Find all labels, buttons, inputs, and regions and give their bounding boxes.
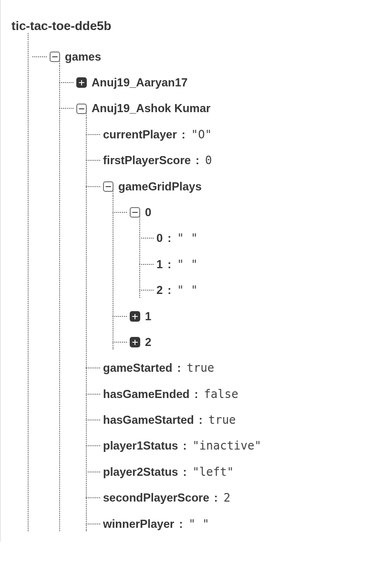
expand-icon[interactable] xyxy=(130,311,140,322)
node-key: Anuj19_Aaryan17 xyxy=(92,73,187,92)
field-key: secondPlayerScore xyxy=(103,489,209,507)
field-key: hasGameEnded xyxy=(103,385,189,403)
collapse-icon[interactable] xyxy=(50,52,60,62)
field-value: "inactive" xyxy=(192,437,261,455)
node-game-1[interactable]: Anuj19_Aaryan17 xyxy=(76,70,387,95)
root-title: tic-tac-toe-dde5b xyxy=(11,14,387,44)
expand-icon[interactable] xyxy=(130,337,140,347)
field-key: 0 xyxy=(156,229,163,247)
collapse-icon[interactable] xyxy=(130,207,140,218)
field-hasGameStarted[interactable]: hasGameStarted: true xyxy=(103,407,387,433)
collapse-icon[interactable] xyxy=(76,104,87,114)
field-cell-0-1[interactable]: 1: " " xyxy=(156,252,387,277)
field-key: player1Status xyxy=(103,437,178,455)
node-grid-row-1[interactable]: 1 xyxy=(130,304,387,329)
field-hasGameEnded[interactable]: hasGameEnded: false xyxy=(103,381,387,407)
field-firstPlayerScore[interactable]: firstPlayerScore: 0 xyxy=(103,147,387,173)
field-key: player2Status xyxy=(103,463,178,481)
field-key: firstPlayerScore xyxy=(103,151,191,169)
node-key: gameGridPlays xyxy=(118,178,202,196)
field-value: " " xyxy=(177,281,197,299)
node-game-2[interactable]: Anuj19_Ashok Kumar currentPlayer: "O" xyxy=(76,95,387,537)
field-gameStarted[interactable]: gameStarted: true xyxy=(103,355,387,381)
field-value: "left" xyxy=(192,463,234,481)
field-cell-0-0[interactable]: 0: " " xyxy=(156,225,387,251)
field-secondPlayerScore[interactable]: secondPlayerScore: 2 xyxy=(103,485,387,511)
field-value: "O" xyxy=(191,126,212,144)
node-games[interactable]: games Anuj19_Aaryan17 Anuj19_Ashok Kumar xyxy=(50,44,387,537)
field-key: gameStarted xyxy=(103,359,172,377)
field-currentPlayer[interactable]: currentPlayer: "O" xyxy=(103,122,387,147)
node-key: Anuj19_Ashok Kumar xyxy=(92,99,210,117)
field-key: winnerPlayer xyxy=(103,515,174,533)
node-key: 1 xyxy=(145,307,151,325)
field-value: true xyxy=(186,359,214,377)
field-key: currentPlayer xyxy=(103,126,177,144)
field-winnerPlayer[interactable]: winnerPlayer: " " xyxy=(103,511,387,537)
field-value: 2 xyxy=(224,489,230,507)
collapse-icon[interactable] xyxy=(103,181,113,192)
field-key: 1 xyxy=(156,255,163,273)
node-grid-row-2[interactable]: 2 xyxy=(130,329,387,355)
node-key: 0 xyxy=(145,203,151,221)
db-tree-root: tic-tac-toe-dde5b games Anuj19_Aaryan17 xyxy=(0,0,392,542)
field-key: hasGameStarted xyxy=(103,411,194,429)
field-value: 0 xyxy=(205,151,212,169)
field-value: " " xyxy=(177,255,197,273)
field-cell-0-2[interactable]: 2: " " xyxy=(156,277,387,303)
node-key: 2 xyxy=(145,333,151,351)
field-player1Status[interactable]: player1Status: "inactive" xyxy=(103,433,387,459)
node-grid-row-0[interactable]: 0 0: " " xyxy=(130,199,387,304)
field-key: 2 xyxy=(156,281,163,299)
node-key: games xyxy=(65,48,101,66)
field-player2Status[interactable]: player2Status: "left" xyxy=(103,459,387,485)
expand-icon[interactable] xyxy=(76,77,87,88)
field-value: true xyxy=(208,411,236,429)
field-value: " " xyxy=(177,229,197,247)
node-gameGridPlays[interactable]: gameGridPlays 0 xyxy=(103,174,387,356)
field-value: false xyxy=(204,385,238,403)
field-value: " " xyxy=(188,515,209,533)
